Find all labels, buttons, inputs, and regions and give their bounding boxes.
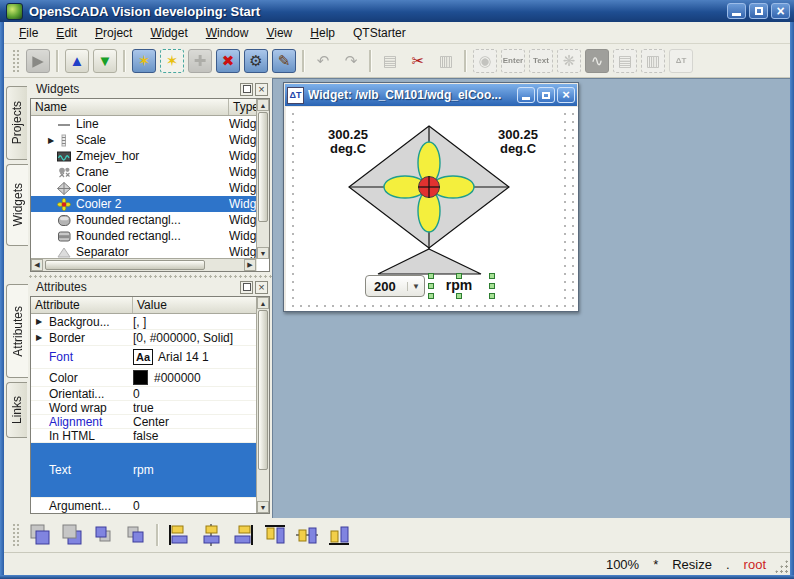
widgets-panel-titlebar[interactable]: Widgets bbox=[30, 80, 270, 98]
expander-icon[interactable]: ▶ bbox=[36, 317, 46, 326]
attribute-row-alignment[interactable]: AlignmentCenter bbox=[31, 415, 256, 429]
attributes-column-value[interactable]: Value bbox=[133, 297, 256, 313]
sidebar-tab-attributes[interactable]: Attributes bbox=[6, 284, 28, 378]
attributes-column-attribute[interactable]: Attribute bbox=[31, 297, 133, 313]
selection-handle[interactable] bbox=[456, 273, 462, 279]
font-swatch-icon: Aa bbox=[133, 349, 153, 365]
widgets-tree-hscrollbar[interactable]: ◀ ▶ bbox=[31, 258, 257, 271]
menubar: FileEditProjectWidgetWindowViewHelpQTSta… bbox=[4, 22, 790, 44]
align-h-center-icon[interactable] bbox=[198, 522, 224, 548]
widget-canvas[interactable]: 300.25 deg.C 300.25 deg.C 200 ▼ rpm bbox=[286, 107, 578, 311]
selection-handle[interactable] bbox=[489, 293, 495, 299]
maximize-button[interactable] bbox=[749, 3, 768, 19]
tree-row-line[interactable]: LineWidg bbox=[31, 116, 257, 132]
close-button[interactable] bbox=[771, 3, 790, 19]
attributes-vscrollbar[interactable]: ▲ ▼ bbox=[256, 297, 269, 513]
attribute-row-font[interactable]: FontAaArial 14 1 bbox=[31, 346, 256, 369]
lower-to-bottom-icon[interactable] bbox=[123, 522, 149, 548]
save-to-db-icon[interactable]: ▼ bbox=[93, 49, 117, 73]
titlebar[interactable]: OpenSCADA Vision developing: Start bbox=[0, 0, 794, 22]
menu-item-file[interactable]: File bbox=[10, 24, 47, 42]
child-close-button[interactable] bbox=[557, 87, 575, 103]
attribute-row-orientati[interactable]: Orientati...0 bbox=[31, 387, 256, 401]
menu-item-view[interactable]: View bbox=[257, 24, 301, 42]
align-v-center-icon[interactable] bbox=[294, 522, 320, 548]
selection-handle[interactable] bbox=[428, 273, 434, 279]
zmejev-icon bbox=[57, 150, 72, 163]
attribute-row-border[interactable]: ▶Border[0, #000000, Solid] bbox=[31, 330, 256, 346]
menu-item-widget[interactable]: Widget bbox=[141, 24, 196, 42]
widget-window-titlebar[interactable]: ΔT Widget: /wlb_CM101/wdg_elCoo... bbox=[285, 84, 577, 106]
menu-item-qtstarter[interactable]: QTStarter bbox=[344, 24, 415, 42]
widget-edit-window[interactable]: ΔT Widget: /wlb_CM101/wdg_elCoo... bbox=[283, 82, 579, 312]
menu-item-edit[interactable]: Edit bbox=[47, 24, 86, 42]
scroll-right-icon[interactable]: ▶ bbox=[244, 259, 256, 271]
widgets-panel-close-icon[interactable] bbox=[255, 83, 268, 96]
child-minimize-button[interactable] bbox=[517, 87, 535, 103]
widgets-tree-vscrollbar[interactable]: ▲ ▼ bbox=[256, 99, 269, 259]
expander-icon[interactable]: ▶ bbox=[45, 136, 57, 145]
rise-widget-icon[interactable] bbox=[27, 522, 53, 548]
minimize-button[interactable] bbox=[727, 3, 746, 19]
toolbar-grip[interactable] bbox=[12, 523, 20, 547]
selection-handle[interactable] bbox=[428, 283, 434, 289]
selection-handle[interactable] bbox=[456, 293, 462, 299]
toolbar-grip[interactable] bbox=[12, 49, 20, 73]
align-bottom-icon[interactable] bbox=[326, 522, 352, 548]
rise-to-top-icon[interactable] bbox=[91, 522, 117, 548]
scroll-left-icon[interactable]: ◀ bbox=[31, 259, 43, 271]
sidebar-tab-links[interactable]: Links bbox=[6, 382, 27, 438]
cut-icon[interactable]: ✂ bbox=[406, 49, 430, 73]
attribute-row-color[interactable]: Color#000000 bbox=[31, 369, 256, 387]
tree-row-cooler[interactable]: CoolerWidg bbox=[31, 180, 257, 196]
rpm-combobox[interactable]: 200 ▼ bbox=[365, 275, 425, 297]
menu-item-project[interactable]: Project bbox=[86, 24, 141, 42]
attribute-row-text[interactable]: Textrpm bbox=[31, 443, 256, 498]
lower-widget-icon[interactable] bbox=[59, 522, 85, 548]
align-top-icon[interactable] bbox=[262, 522, 288, 548]
menu-item-help[interactable]: Help bbox=[301, 24, 344, 42]
tree-row-cooler-2[interactable]: Cooler 2Widg bbox=[31, 196, 257, 212]
attributes-panel-float-icon[interactable] bbox=[240, 281, 253, 294]
tree-row-rounded-rectangl[interactable]: Rounded rectangl...Widg bbox=[31, 228, 257, 244]
tree-row-scale[interactable]: ▶ScaleWidg bbox=[31, 132, 257, 148]
widget-edit-icon[interactable]: ✎ bbox=[272, 49, 296, 73]
new-visual-item-icon[interactable]: ✶ bbox=[132, 49, 156, 73]
sidebar-tab-widgets[interactable]: Widgets bbox=[6, 164, 28, 246]
tree-row-rounded-rectangl[interactable]: Rounded rectangl...Widg bbox=[31, 212, 257, 228]
selection-handle[interactable] bbox=[489, 273, 495, 279]
align-right-icon[interactable] bbox=[230, 522, 256, 548]
sidebar-tab-projects[interactable]: Projects bbox=[6, 86, 27, 160]
scroll-up-icon[interactable]: ▲ bbox=[257, 297, 269, 309]
scroll-down-icon[interactable]: ▼ bbox=[257, 247, 269, 259]
attributes-panel-close-icon[interactable] bbox=[255, 281, 268, 294]
align-left-icon[interactable] bbox=[166, 522, 192, 548]
protocol-icon: ▤ bbox=[613, 49, 637, 73]
widgets-column-type[interactable]: Type bbox=[229, 99, 257, 115]
expander-icon[interactable]: ▶ bbox=[36, 333, 46, 342]
widgets-column-name[interactable]: Name bbox=[31, 99, 229, 115]
chevron-down-icon[interactable]: ▼ bbox=[407, 282, 424, 291]
menu-item-window[interactable]: Window bbox=[197, 24, 258, 42]
widgets-panel-float-icon[interactable] bbox=[240, 83, 253, 96]
elementary-figures-icon: ◉ bbox=[473, 49, 497, 73]
tree-row-zmejev-hor[interactable]: Zmejev_horWidg bbox=[31, 148, 257, 164]
selection-handle[interactable] bbox=[428, 293, 434, 299]
selection-handle[interactable] bbox=[489, 283, 495, 289]
scroll-down-icon[interactable]: ▼ bbox=[257, 501, 269, 513]
resize-grip[interactable] bbox=[774, 559, 788, 573]
attribute-row-in-html[interactable]: In HTMLfalse bbox=[31, 429, 256, 443]
attribute-row-argument[interactable]: Argument...0 bbox=[31, 498, 256, 514]
widget-properties-icon[interactable]: ⚙ bbox=[244, 49, 268, 73]
attribute-row-word-wrap[interactable]: Word wraptrue bbox=[31, 401, 256, 415]
attributes-panel-titlebar[interactable]: Attributes bbox=[30, 278, 270, 296]
rpm-text-widget[interactable]: rpm bbox=[438, 277, 480, 293]
tree-row-crane[interactable]: CraneWidg bbox=[31, 164, 257, 180]
load-from-db-icon[interactable]: ▲ bbox=[65, 49, 89, 73]
delete-widget-icon[interactable]: ✖ bbox=[216, 49, 240, 73]
attribute-row-backgrou[interactable]: ▶Backgrou...[, ] bbox=[31, 314, 256, 330]
child-maximize-button[interactable] bbox=[537, 87, 555, 103]
scroll-up-icon[interactable]: ▲ bbox=[257, 99, 269, 111]
dock-splitter[interactable] bbox=[28, 272, 272, 278]
add-widget-library-icon[interactable]: ✶ bbox=[160, 49, 184, 73]
